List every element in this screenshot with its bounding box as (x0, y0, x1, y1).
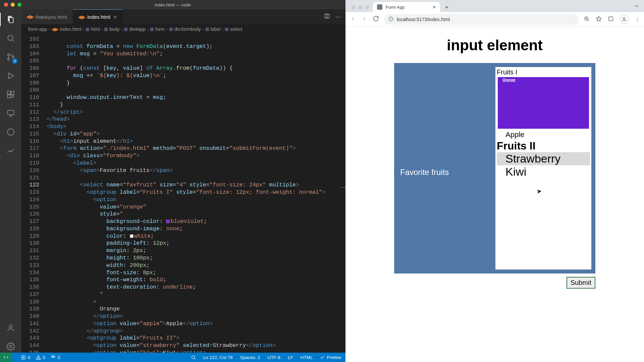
svg-rect-10 (7, 110, 14, 115)
crumb-item[interactable]: ⊞ form (150, 26, 165, 32)
back-button[interactable] (350, 15, 356, 23)
live-share-icon[interactable] (5, 126, 17, 138)
svg-line-25 (194, 358, 195, 359)
status-formatter[interactable]: Prettier (320, 355, 341, 360)
browser-toolbar: localhost:5173/index.html ⋮ (345, 12, 644, 27)
svg-point-3 (8, 58, 9, 60)
close-icon[interactable]: ✕ (113, 14, 117, 20)
activity-bar: 3 (0, 9, 21, 353)
browser-traffic-lights (349, 5, 373, 12)
site-info-icon[interactable] (388, 16, 393, 22)
optgroup-fruits-1: Fruits I (497, 68, 590, 76)
option-orange[interactable]: Orange (498, 77, 589, 129)
address-bar[interactable]: localhost:5173/index.html (384, 14, 579, 25)
extensions-icon[interactable] (5, 88, 17, 101)
svg-rect-8 (7, 95, 10, 98)
tab-index[interactable]: ◀▶ index.html ✕ (73, 9, 123, 24)
browser-close-button[interactable] (352, 5, 356, 9)
close-window-button[interactable] (4, 3, 8, 7)
status-spaces[interactable]: Spaces: 2 (240, 355, 260, 360)
accounts-icon[interactable] (5, 322, 17, 334)
forward-button[interactable] (361, 15, 368, 23)
crumb-item[interactable]: ⊞ html (86, 26, 100, 32)
status-warnings[interactable]: 0 (36, 355, 46, 360)
scm-badge: 3 (12, 58, 17, 64)
svg-point-24 (192, 356, 195, 359)
tab-label: thankyou.html (36, 14, 67, 20)
more-actions-icon[interactable]: ⋯ (335, 14, 341, 20)
status-language[interactable]: HTML (301, 355, 313, 360)
svg-point-2 (8, 54, 9, 56)
svg-point-13 (7, 129, 14, 135)
svg-point-22 (38, 358, 39, 359)
crumb-item[interactable]: ⊞ select (225, 26, 243, 32)
option-strawberry[interactable]: Strawberry (497, 152, 590, 165)
fruits-select[interactable]: Fruits I Orange Apple Fruits II Strawber… (495, 67, 591, 269)
browser-tab-title: Form App (386, 5, 405, 10)
breadcrumb[interactable]: form-app› ◀▶ index.html› ⊞ html› ⊞ body›… (21, 24, 345, 34)
remote-explorer-icon[interactable] (5, 107, 17, 119)
browser-minimize-button[interactable] (358, 5, 362, 9)
crumb-item[interactable]: ⊞ div.formbody (169, 26, 201, 32)
tab-label: index.html (87, 14, 110, 20)
zoom-icon[interactable] (584, 16, 590, 23)
vscode-window: index.html — code 3 (0, 0, 345, 362)
url-text: localhost:5173/index.html (397, 17, 450, 22)
browser-tabstrip: Form App ✕ + (345, 0, 644, 12)
tab-thankyou[interactable]: ◀▶ thankyou.html (21, 9, 73, 24)
code-content[interactable]: const formData = new FormData(event.targ… (47, 34, 345, 353)
svg-point-28 (391, 19, 391, 20)
extensions-puzzle-icon[interactable] (608, 16, 614, 23)
graph-icon[interactable] (5, 145, 17, 157)
status-errors[interactable]: 0 (21, 355, 31, 360)
crumb-item[interactable]: ◀▶ index.html (51, 26, 82, 32)
run-debug-icon[interactable] (5, 70, 17, 82)
browser-tab[interactable]: Form App ✕ (373, 2, 440, 12)
html-file-icon: ◀▶ (79, 14, 85, 20)
status-encoding[interactable]: UTF-8 (268, 355, 280, 360)
code-editor-area[interactable]: 1021031041051061071081091101111121131141… (21, 34, 345, 353)
kebab-menu-icon[interactable]: ⋮ (635, 16, 640, 22)
status-eol[interactable]: LF (288, 355, 293, 360)
expand-tabs-icon[interactable] (629, 3, 644, 12)
remote-indicator[interactable] (0, 353, 12, 362)
traffic-lights (4, 3, 21, 7)
status-find[interactable] (191, 355, 196, 360)
zoom-window-button[interactable] (17, 3, 21, 7)
profile-avatar[interactable] (620, 15, 629, 24)
browser-chrome: Form App ✕ + localhost:5173/index (345, 0, 644, 27)
bookmark-star-icon[interactable] (596, 16, 602, 23)
line-gutter: 1021031041051061071081091101111121131141… (21, 34, 47, 353)
svg-rect-7 (11, 91, 14, 94)
status-ports[interactable]: 0 (51, 355, 60, 360)
editor-tabs: ◀▶ thankyou.html ◀▶ index.html ✕ ⋯ (21, 9, 345, 24)
status-bar: 0 0 0 Ln 122, Col 78 Spaces: 2 UTF-8 LF … (0, 353, 345, 362)
option-apple[interactable]: Apple (497, 130, 590, 140)
split-editor-icon[interactable] (324, 13, 330, 20)
svg-marker-5 (9, 73, 14, 78)
option-kiwi[interactable]: Kiwi (497, 165, 590, 178)
svg-point-23 (53, 357, 54, 358)
svg-rect-9 (11, 95, 13, 98)
search-icon[interactable] (5, 32, 17, 44)
submit-button[interactable]: Submit (567, 277, 595, 289)
reload-button[interactable] (372, 15, 379, 23)
crumb-item[interactable]: ⊞ body (104, 26, 119, 32)
status-cursor[interactable]: Ln 122, Col 78 (203, 355, 233, 360)
new-tab-button[interactable]: + (442, 3, 451, 12)
svg-rect-6 (7, 91, 10, 94)
settings-gear-icon[interactable] (5, 341, 17, 353)
explorer-icon[interactable] (5, 13, 17, 25)
editor-region: ◀▶ thankyou.html ◀▶ index.html ✕ ⋯ form- (21, 9, 345, 353)
page-content: input element Favorite fruits Fruits I O… (345, 27, 644, 362)
crumb-item[interactable]: form-app (28, 26, 47, 32)
close-icon[interactable]: ✕ (432, 5, 436, 10)
svg-point-4 (12, 56, 14, 58)
source-control-icon[interactable]: 3 (5, 51, 17, 63)
svg-line-32 (588, 20, 589, 21)
minimize-window-button[interactable] (11, 3, 15, 7)
crumb-item[interactable]: ⊞ label (205, 26, 221, 32)
minimap[interactable] (341, 34, 345, 353)
browser-zoom-button[interactable] (365, 5, 369, 9)
crumb-item[interactable]: ⊞ div#app (124, 26, 146, 32)
